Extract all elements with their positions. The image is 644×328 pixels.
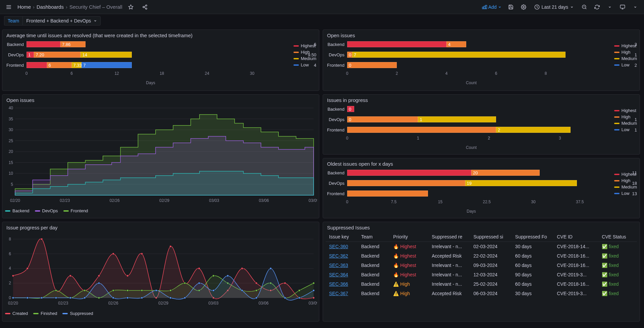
issue-link[interactable]: SEC-364 — [329, 272, 348, 277]
issue-link[interactable]: SEC-363 — [329, 263, 348, 268]
legend-item[interactable]: Frontend — [63, 208, 88, 213]
legend-item[interactable]: High — [293, 50, 316, 55]
bar-row: Frontend13 — [326, 189, 637, 198]
bar-row: DevOps1918 — [326, 179, 637, 187]
save-icon[interactable] — [505, 2, 516, 12]
chart-prog-ts: 0246802/2002/2302/2602/2903/0303/0603/09… — [5, 232, 316, 319]
svg-point-109 — [84, 297, 86, 299]
svg-point-112 — [126, 297, 128, 299]
panel-open-bars[interactable]: Open issues Backend43DevOps071Frontend02… — [323, 30, 640, 91]
table-row[interactable]: SEC-367 Backend ⚠️ High Accepted Risk 06… — [326, 289, 637, 298]
legend-item[interactable]: Created — [5, 311, 28, 316]
svg-text:0: 0 — [9, 295, 11, 300]
legend-item[interactable]: High — [614, 50, 637, 55]
table-row[interactable]: SEC-363 Backend 🔥 Highest Irrelevant - n… — [326, 261, 637, 270]
svg-point-90 — [126, 289, 128, 291]
bar-row: Backend2011 — [326, 168, 637, 177]
svg-point-96 — [212, 275, 214, 277]
issue-link[interactable]: SEC-366 — [329, 281, 348, 287]
table-header[interactable]: Issue key — [326, 232, 358, 242]
legend-item[interactable]: Low — [614, 62, 637, 67]
tv-mode-icon[interactable] — [617, 2, 628, 12]
breadcrumb-home[interactable]: Home — [17, 4, 31, 10]
svg-point-91 — [141, 289, 143, 291]
chart-progress-bars: Backend0DevOps011Frontend21011223Count — [326, 105, 637, 152]
legend-item[interactable]: Highest — [614, 172, 637, 177]
legend-item[interactable]: Low — [614, 127, 637, 132]
bar-row: Frontend21 — [326, 125, 637, 134]
table-header[interactable]: Suppressed si — [470, 232, 512, 242]
legend-item[interactable]: Low — [614, 191, 637, 196]
bar-row: DevOps071 — [326, 50, 637, 59]
chevron-down-icon[interactable] — [630, 2, 641, 12]
legend-item[interactable]: Medium — [293, 56, 316, 61]
svg-text:03/03: 03/03 — [208, 301, 218, 306]
panel-open-timeseries[interactable]: Open issues 51015202530354002/2002/2302/… — [2, 94, 319, 218]
svg-point-118 — [212, 289, 214, 291]
svg-text:8: 8 — [9, 237, 11, 241]
svg-text:10: 10 — [9, 171, 13, 176]
table-header[interactable]: CVE ID — [553, 232, 598, 242]
refresh-icon[interactable] — [592, 2, 602, 12]
svg-text:02/23: 02/23 — [60, 198, 70, 203]
table-header[interactable]: Suppressed re — [428, 232, 470, 242]
panel-title: Average time until issues are resolved (… — [2, 30, 319, 40]
svg-point-4 — [146, 5, 147, 6]
timerange-picker[interactable]: Last 21 days — [531, 3, 577, 11]
legend-item[interactable]: Backend — [5, 208, 30, 213]
panel-suppressed[interactable]: Suppressed Issues Issue keyTeamPriorityS… — [323, 222, 640, 322]
table-header[interactable]: CVE Status — [598, 232, 637, 242]
table-header[interactable]: Team — [358, 232, 390, 242]
settings-icon[interactable] — [518, 2, 529, 12]
star-icon[interactable] — [125, 2, 136, 12]
dashboard-grid: Average time until issues are resolved (… — [0, 26, 644, 328]
table-row[interactable]: SEC-362 Backend 🔥 Highest Accepted Risk … — [326, 251, 637, 261]
legend-item[interactable]: Low — [293, 62, 316, 67]
legend-item[interactable]: Medium — [614, 121, 637, 126]
table-row[interactable]: SEC-360 Backend 🔥 Highest Irrelevant - n… — [326, 242, 637, 252]
legend-item[interactable]: High — [614, 178, 637, 183]
table-header[interactable]: Priority — [390, 232, 428, 242]
table-row[interactable]: SEC-366 Backend ⚠️ High Irrelevant - n..… — [326, 279, 637, 289]
share-icon[interactable] — [140, 2, 150, 12]
legend-item[interactable]: Medium — [614, 184, 637, 189]
svg-text:02/20: 02/20 — [8, 301, 18, 306]
panel-oldest-bars[interactable]: Oldest issues open for x days Backend201… — [323, 158, 640, 218]
panel-progress-bars[interactable]: Issues in progress Backend0DevOps011Fron… — [323, 94, 640, 155]
issue-link[interactable]: SEC-362 — [329, 253, 348, 259]
panel-avg-resolve[interactable]: Average time until issues are resolved (… — [2, 30, 319, 91]
svg-point-113 — [141, 297, 143, 299]
variable-value[interactable]: Frontend + Backend + DevOps — [22, 16, 101, 25]
table-header[interactable]: Suppressed Fo — [512, 232, 553, 242]
svg-point-104 — [12, 297, 14, 299]
svg-text:02/26: 02/26 — [108, 301, 118, 306]
legend-item[interactable]: Finished — [33, 311, 57, 316]
legend-item[interactable]: Highest — [614, 108, 637, 113]
refresh-dropdown-icon[interactable] — [604, 2, 615, 12]
legend-item[interactable]: Medium — [614, 56, 637, 61]
legend-item[interactable]: Highest — [614, 43, 637, 48]
svg-point-5 — [143, 6, 144, 8]
svg-point-119 — [227, 275, 229, 277]
issue-link[interactable]: SEC-360 — [329, 244, 348, 249]
svg-marker-3 — [129, 5, 133, 9]
svg-point-94 — [184, 282, 186, 284]
svg-point-103 — [313, 282, 315, 284]
svg-rect-11 — [485, 5, 487, 9]
table-row[interactable]: SEC-364 Backend 🔥 Highest Irrelevant - n… — [326, 270, 637, 279]
issue-link[interactable]: SEC-367 — [329, 291, 348, 296]
svg-text:30: 30 — [9, 127, 13, 132]
add-button[interactable]: Add — [480, 3, 503, 11]
breadcrumb-dashboards[interactable]: Dashboards — [37, 4, 64, 10]
legend-item[interactable]: Highest — [293, 43, 316, 48]
legend-item[interactable]: High — [614, 114, 637, 119]
legend-item[interactable]: DevOps — [35, 208, 58, 213]
menu-toggle-icon[interactable] — [3, 2, 14, 12]
svg-point-122 — [270, 267, 272, 269]
legend-item[interactable]: Suppressed — [62, 311, 93, 316]
panel-progress-per-day[interactable]: Issue progress per day 0246802/2002/2302… — [2, 222, 319, 322]
svg-point-125 — [313, 289, 315, 291]
svg-point-121 — [255, 297, 257, 299]
bar-row: Frontend67.3374 — [5, 61, 316, 69]
zoom-out-icon[interactable] — [579, 2, 590, 12]
